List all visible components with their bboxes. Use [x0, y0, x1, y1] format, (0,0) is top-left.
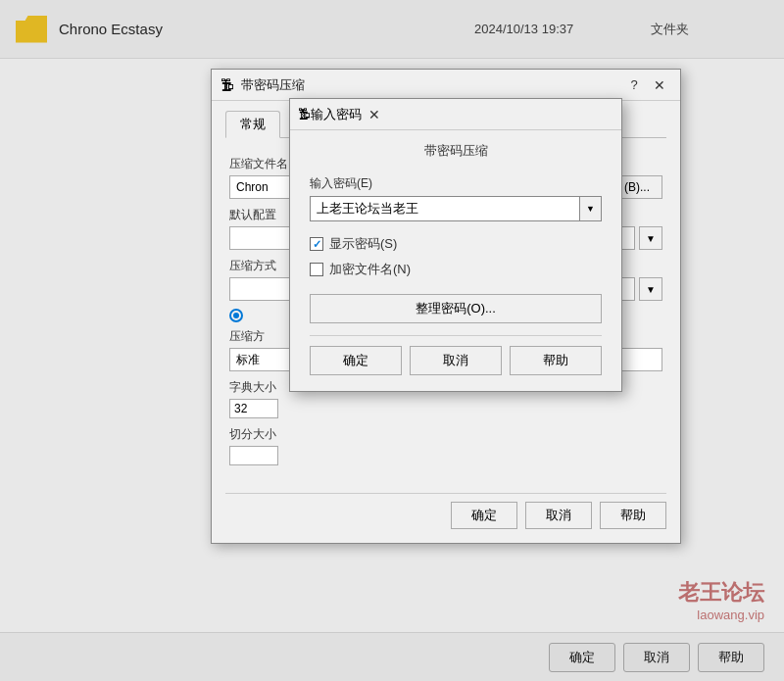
- compression-dropdown[interactable]: ▼: [639, 277, 662, 301]
- inner-heading: 带密码压缩: [310, 142, 602, 160]
- split-label: 切分大小: [229, 426, 662, 443]
- show-password-checkbox[interactable]: ✓: [310, 237, 323, 251]
- outer-cancel-button[interactable]: 取消: [525, 502, 592, 529]
- outer-bottom-btns: 确定 取消 帮助: [225, 493, 666, 529]
- inner-help-button[interactable]: 帮助: [510, 346, 602, 375]
- outer-confirm-button[interactable]: 确定: [451, 502, 517, 529]
- outer-help-button[interactable]: 帮助: [600, 502, 666, 529]
- manage-btn-row: 整理密码(O)...: [310, 294, 602, 323]
- show-password-row: ✓ 显示密码(S): [310, 235, 602, 253]
- inner-dialog: 🗜 输入密码 ✕ 带密码压缩 输入密码(E) ▼ ✓ 显示密码(S) 加密文件名…: [289, 98, 622, 392]
- inner-dialog-title: 输入密码: [311, 106, 362, 123]
- inner-dialog-body: 带密码压缩 输入密码(E) ▼ ✓ 显示密码(S) 加密文件名(N) 整理密码(…: [290, 130, 621, 391]
- radio-button[interactable]: [229, 309, 243, 322]
- outer-dialog-title: 带密码压缩: [241, 76, 623, 94]
- split-input[interactable]: [229, 446, 278, 465]
- password-dropdown-btn[interactable]: ▼: [580, 196, 602, 221]
- encrypt-filename-row: 加密文件名(N): [310, 261, 602, 278]
- manage-password-button[interactable]: 整理密码(O)...: [310, 294, 602, 323]
- inner-close-button[interactable]: ✕: [362, 105, 387, 124]
- outer-close-button[interactable]: ✕: [647, 75, 672, 95]
- show-password-label: 显示密码(S): [329, 235, 397, 253]
- outer-dialog-titlebar: 🗜 带密码压缩 ? ✕: [212, 70, 680, 101]
- password-input[interactable]: [310, 196, 580, 221]
- password-input-row: ▼: [310, 196, 602, 221]
- checkmark-icon: ✓: [313, 239, 321, 250]
- dict-input[interactable]: [229, 399, 278, 418]
- tab-normal[interactable]: 常规: [225, 111, 280, 138]
- inner-confirm-button[interactable]: 确定: [310, 346, 402, 375]
- inner-bottom-btns: 确定 取消 帮助: [310, 335, 602, 375]
- radio-inner: [233, 313, 239, 318]
- default-match-dropdown[interactable]: ▼: [639, 226, 662, 250]
- split-group: 切分大小: [229, 426, 662, 465]
- outer-dialog-icon: 🗜: [220, 77, 235, 93]
- outer-help-icon[interactable]: ?: [623, 75, 645, 95]
- encrypt-filename-checkbox[interactable]: [310, 263, 323, 276]
- inner-dialog-titlebar: 🗜 输入密码 ✕: [290, 99, 621, 130]
- encrypt-filename-label: 加密文件名(N): [329, 261, 411, 278]
- inner-cancel-button[interactable]: 取消: [410, 346, 502, 375]
- inner-dialog-icon: 🗜: [298, 107, 311, 122]
- password-label: 输入密码(E): [310, 175, 602, 192]
